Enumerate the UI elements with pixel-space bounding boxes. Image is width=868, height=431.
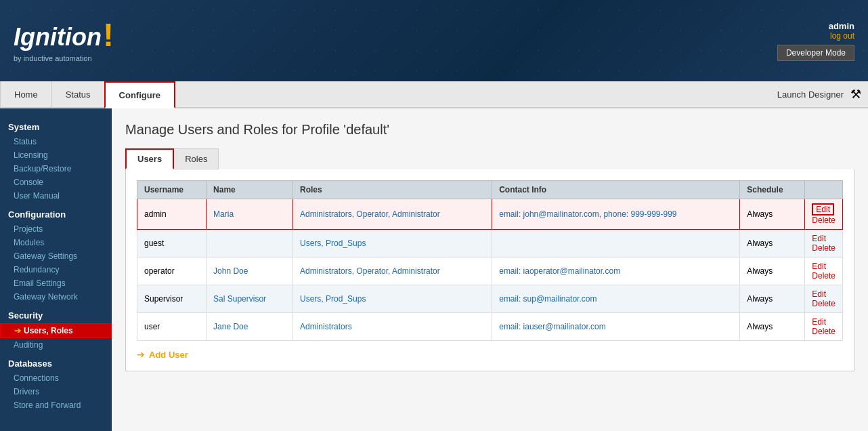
- cell-contact: email: iaoperator@mailinator.com: [492, 258, 740, 285]
- sidebar-item-status[interactable]: Status: [0, 135, 112, 148]
- wrench-icon[interactable]: ⚒: [850, 87, 861, 102]
- add-user-link[interactable]: Add User: [149, 350, 188, 360]
- cell-actions: Edit Delete: [805, 199, 843, 230]
- edit-link[interactable]: Edit: [812, 289, 836, 299]
- sidebar-item-gateway-settings[interactable]: Gateway Settings: [0, 249, 112, 263]
- cell-roles: Administrators: [293, 313, 492, 341]
- contact-text: email: sup@mailinator.com: [499, 294, 596, 304]
- cell-username: Supervisor: [137, 285, 207, 313]
- table-row: operator John Doe Administrators, Operat…: [137, 258, 843, 285]
- cell-actions: Edit Delete: [805, 313, 843, 341]
- cell-actions: Edit Delete: [805, 258, 843, 285]
- cell-schedule: Always: [740, 199, 805, 230]
- delete-link[interactable]: Delete: [812, 243, 836, 253]
- col-header-roles: Roles: [293, 181, 492, 199]
- col-header-schedule: Schedule: [740, 181, 805, 199]
- sidebar-item-email-settings[interactable]: Email Settings: [0, 276, 112, 290]
- username-label: admin: [829, 21, 854, 31]
- sidebar-item-console[interactable]: Console: [0, 176, 112, 189]
- cell-name: Jane Doe: [207, 313, 293, 341]
- name-link[interactable]: Sal Supervisor: [213, 294, 266, 304]
- delete-link[interactable]: Delete: [812, 327, 836, 336]
- sidebar-item-redundancy[interactable]: Redundancy: [0, 263, 112, 276]
- cell-username: admin: [137, 199, 207, 230]
- cell-roles: Administrators, Operator, Administrator: [293, 258, 492, 285]
- cell-contact: [492, 230, 740, 258]
- contact-text: email: iauser@mailinator.com: [499, 322, 606, 331]
- cell-actions: Edit Delete: [805, 285, 843, 313]
- table-row: Supervisor Sal Supervisor Users, Prod_Su…: [137, 285, 843, 313]
- table-row: user Jane Doe Administrators email: iaus…: [137, 313, 843, 341]
- edit-link[interactable]: Edit: [812, 317, 836, 327]
- cell-schedule: Always: [740, 258, 805, 285]
- header: Ignition ! by inductive automation admin…: [0, 0, 868, 81]
- sidebar-item-auditing[interactable]: Auditing: [0, 338, 112, 352]
- delete-link[interactable]: Delete: [812, 216, 836, 225]
- nav-bar: Home Status Configure Launch Designer ⚒: [0, 81, 868, 108]
- sidebar-item-store-forward[interactable]: Store and Forward: [0, 398, 112, 412]
- cell-contact: email: iauser@mailinator.com: [492, 313, 740, 341]
- logo-wrapper: Ignition ! by inductive automation: [14, 19, 114, 62]
- cell-schedule: Always: [740, 313, 805, 341]
- sidebar: System Status Licensing Backup/Restore C…: [0, 108, 112, 431]
- edit-link[interactable]: Edit: [812, 203, 834, 216]
- tab-users[interactable]: Users: [125, 148, 174, 169]
- page-title: Manage Users and Roles for Profile 'defa…: [125, 122, 854, 138]
- cell-username: guest: [137, 230, 207, 258]
- sidebar-item-backup-restore[interactable]: Backup/Restore: [0, 162, 112, 176]
- sidebar-item-licensing[interactable]: Licensing: [0, 148, 112, 162]
- sidebar-item-projects[interactable]: Projects: [0, 222, 112, 236]
- sidebar-section-configuration: Configuration: [0, 203, 112, 222]
- logout-link[interactable]: log out: [777, 31, 854, 41]
- header-right: admin log out Developer Mode: [777, 21, 854, 61]
- add-user-row: ➔ Add User: [137, 349, 843, 360]
- cell-roles: Administrators, Operator, Administrator: [293, 199, 492, 230]
- cell-schedule: Always: [740, 285, 805, 313]
- nav-tab-status[interactable]: Status: [51, 81, 105, 107]
- table-container: Username Name Roles Contact Info Schedul…: [125, 169, 854, 371]
- delete-link[interactable]: Delete: [812, 299, 836, 308]
- content-area: System Status Licensing Backup/Restore C…: [0, 108, 868, 431]
- sidebar-item-modules[interactable]: Modules: [0, 236, 112, 249]
- add-arrow-icon: ➔: [137, 349, 145, 360]
- main-content: Manage Users and Roles for Profile 'defa…: [112, 108, 868, 431]
- sidebar-section-databases: Databases: [0, 352, 112, 371]
- cell-name: Sal Supervisor: [207, 285, 293, 313]
- logo-sub: by inductive automation: [14, 54, 114, 62]
- col-header-username: Username: [137, 181, 207, 199]
- roles-text: Administrators, Operator, Administrator: [300, 209, 440, 219]
- cell-roles: Users, Prod_Sups: [293, 230, 492, 258]
- launch-designer-link[interactable]: Launch Designer: [777, 89, 844, 100]
- cell-contact: email: john@mailinator.com, phone: 999-9…: [492, 199, 740, 230]
- sidebar-item-users-roles[interactable]: ➔ Users, Roles: [0, 323, 112, 338]
- name-link[interactable]: Maria: [213, 209, 234, 219]
- cell-roles: Users, Prod_Sups: [293, 285, 492, 313]
- cell-actions: Edit Delete: [805, 230, 843, 258]
- sidebar-item-drivers[interactable]: Drivers: [0, 385, 112, 398]
- table-row: admin Maria Administrators, Operator, Ad…: [137, 199, 843, 230]
- name-link[interactable]: Jane Doe: [213, 322, 248, 331]
- sidebar-item-gateway-network[interactable]: Gateway Network: [0, 290, 112, 304]
- sidebar-section-security: Security: [0, 304, 112, 323]
- cell-name: [207, 230, 293, 258]
- col-header-contact: Contact Info: [492, 181, 740, 199]
- cell-name: Maria: [207, 199, 293, 230]
- logo-area: Ignition ! by inductive automation: [14, 19, 114, 62]
- table-row: guest Users, Prod_Sups Always Edit Delet…: [137, 230, 843, 258]
- edit-link[interactable]: Edit: [812, 262, 836, 271]
- edit-link[interactable]: Edit: [812, 234, 836, 243]
- arrow-icon: ➔: [14, 326, 21, 335]
- nav-right: Launch Designer ⚒: [777, 81, 868, 107]
- sidebar-item-user-manual[interactable]: User Manual: [0, 189, 112, 203]
- tab-roles[interactable]: Roles: [173, 148, 219, 169]
- roles-text: Administrators, Operator, Administrator: [300, 266, 440, 276]
- developer-mode-button[interactable]: Developer Mode: [777, 45, 854, 61]
- sidebar-section-system: System: [0, 115, 112, 135]
- name-link[interactable]: John Doe: [213, 266, 248, 276]
- users-table: Username Name Roles Contact Info Schedul…: [137, 180, 843, 341]
- logo-text: Ignition: [14, 23, 102, 52]
- delete-link[interactable]: Delete: [812, 271, 836, 281]
- sidebar-item-connections[interactable]: Connections: [0, 371, 112, 385]
- nav-tab-home[interactable]: Home: [0, 81, 52, 107]
- nav-tab-configure[interactable]: Configure: [104, 81, 175, 108]
